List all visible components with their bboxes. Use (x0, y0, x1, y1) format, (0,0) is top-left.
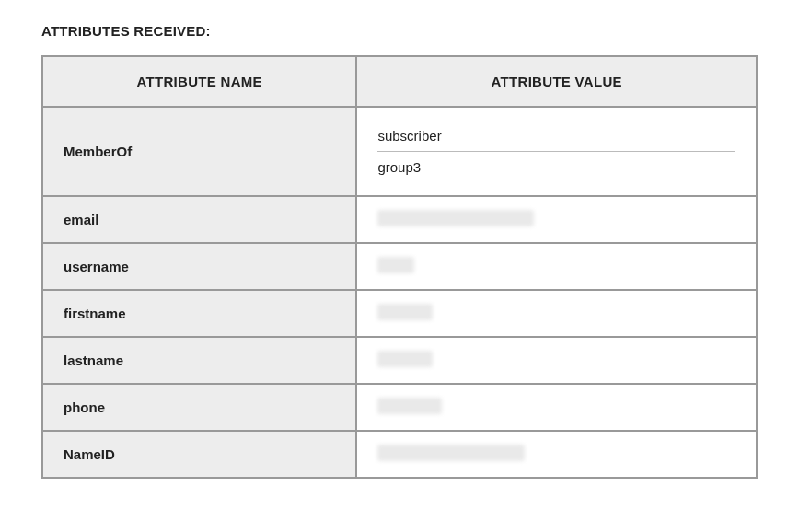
table-row: username (42, 243, 757, 290)
redacted-value (377, 304, 433, 320)
table-row: email (42, 196, 757, 243)
table-row: firstname (42, 290, 757, 337)
table-row: phone (42, 384, 757, 431)
table-row: NameID (42, 431, 757, 478)
value-item: group3 (377, 152, 735, 182)
attribute-name-cell: username (42, 243, 356, 290)
attribute-value-cell (356, 431, 757, 478)
attributes-tbody: MemberOfsubscribergroup3emailusernamefir… (42, 107, 757, 478)
table-row: MemberOfsubscribergroup3 (42, 107, 757, 196)
attributes-table: ATTRIBUTE NAME ATTRIBUTE VALUE MemberOfs… (41, 55, 758, 479)
attribute-name-cell: phone (42, 384, 356, 431)
attribute-name-cell: firstname (42, 290, 356, 337)
redacted-value (377, 210, 534, 226)
attribute-name-cell: MemberOf (42, 107, 356, 196)
header-attribute-value: ATTRIBUTE VALUE (356, 56, 757, 107)
attribute-name-cell: lastname (42, 337, 356, 384)
header-attribute-name: ATTRIBUTE NAME (42, 56, 356, 107)
attribute-value-cell (356, 196, 757, 243)
redacted-value (377, 257, 414, 273)
redacted-value (377, 351, 433, 367)
attribute-value-cell (356, 243, 757, 290)
redacted-value (377, 445, 525, 461)
multi-value-list: subscribergroup3 (377, 121, 735, 182)
attribute-value-cell (356, 337, 757, 384)
attribute-value-cell: subscribergroup3 (356, 107, 757, 196)
attribute-value-cell (356, 384, 757, 431)
attribute-name-cell: email (42, 196, 356, 243)
table-row: lastname (42, 337, 757, 384)
value-item: subscriber (377, 121, 735, 152)
attribute-value-cell (356, 290, 757, 337)
redacted-value (377, 398, 442, 414)
attribute-name-cell: NameID (42, 431, 356, 478)
page-title: ATTRIBUTES RECEIVED: (41, 23, 758, 39)
